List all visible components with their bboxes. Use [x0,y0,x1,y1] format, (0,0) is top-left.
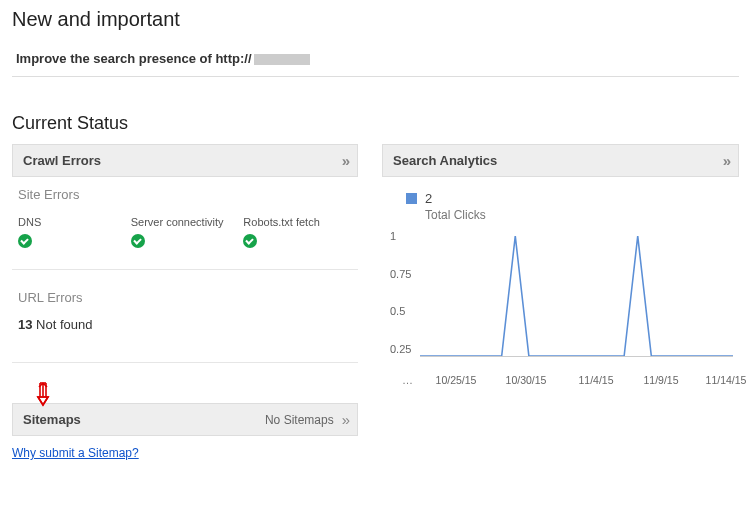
why-submit-sitemap-link[interactable]: Why submit a Sitemap? [12,446,139,460]
improve-banner-text: Improve the search presence of http:// [16,51,252,66]
legend-value: 2 [425,191,486,206]
crawl-errors-header[interactable]: Crawl Errors » [12,144,358,177]
chart-legend: 2 Total Clicks [382,177,739,226]
chevron-right-icon: » [342,152,347,169]
legend-label: Total Clicks [425,208,486,222]
current-status-title: Current Status [12,113,739,134]
x-tick: 11/14/15 [706,374,747,386]
x-tick: 10/30/15 [506,374,547,386]
check-circle-icon [131,234,145,248]
url-error-count: 13 [18,317,32,332]
site-errors-row: DNS Server connectivity Robots.txt fetch [12,208,358,255]
search-analytics-header[interactable]: Search Analytics » [382,144,739,177]
site-error-dns-label: DNS [18,216,127,228]
x-tick: 11/9/15 [643,374,678,386]
site-error-robots-label: Robots.txt fetch [243,216,352,228]
y-tick: 1 [390,230,396,242]
x-tick: 11/4/15 [578,374,613,386]
sitemaps-status: No Sitemaps [265,413,334,427]
url-error-text: Not found [36,317,92,332]
legend-swatch-icon [406,193,417,204]
site-error-server-label: Server connectivity [131,216,240,228]
arrow-annotation-icon [34,381,358,405]
site-errors-label: Site Errors [12,177,358,208]
url-errors-label: URL Errors [18,280,352,311]
y-tick: 0.75 [390,268,411,280]
masked-url [254,54,310,65]
sitemaps-title: Sitemaps [23,412,81,427]
chevron-right-icon: » [342,411,347,428]
y-tick: 0.25 [390,343,411,355]
search-analytics-title: Search Analytics [393,153,497,168]
page-title: New and important [12,8,739,31]
check-circle-icon [243,234,257,248]
site-error-robots: Robots.txt fetch [241,212,354,255]
url-error-not-found[interactable]: 13 Not found [18,317,352,332]
chart-line [420,236,733,356]
crawl-errors-title: Crawl Errors [23,153,101,168]
y-tick: 0.5 [390,305,405,317]
improve-banner: Improve the search presence of http:// [12,45,739,77]
chevron-right-icon: » [723,152,728,169]
x-tick: 10/25/15 [436,374,477,386]
clicks-chart: 1 0.75 0.5 0.25 … 10/25/15 10/30/15 11/4… [386,236,739,386]
site-error-server: Server connectivity [129,212,242,255]
site-error-dns: DNS [16,212,129,255]
x-ellipsis: … [402,374,413,386]
check-circle-icon [18,234,32,248]
sitemaps-header[interactable]: Sitemaps No Sitemaps » [12,403,358,436]
